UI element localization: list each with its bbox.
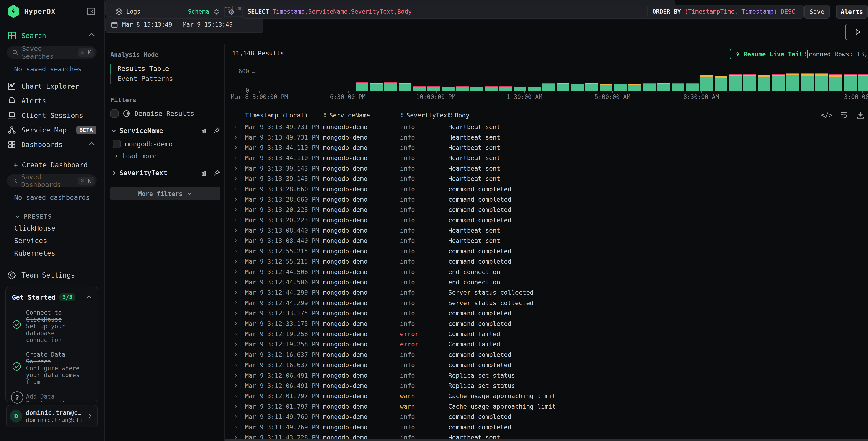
alerts-button[interactable]: Alerts xyxy=(836,5,868,19)
get-started-item[interactable]: Add DataStart sending xyxy=(12,393,92,402)
expand-row-icon[interactable] xyxy=(233,342,239,347)
expand-row-icon[interactable] xyxy=(233,176,239,181)
preset-clickhouse[interactable]: ClickHouse xyxy=(0,222,104,234)
expand-row-icon[interactable] xyxy=(233,404,239,409)
expand-row-icon[interactable] xyxy=(233,383,239,388)
sidebar-item-chart-explorer[interactable]: Chart Explorer xyxy=(0,79,104,93)
saved-searches-input[interactable]: Saved Searches ⌘ K xyxy=(7,46,97,59)
table-row[interactable]: │Mar 9 3:13:08.440 PMmongodb-demoinfoHea… xyxy=(225,236,868,246)
sidebar-item-service-map[interactable]: Service Map BETA xyxy=(0,123,104,137)
histogram-bar[interactable] xyxy=(715,76,727,90)
expand-row-icon[interactable] xyxy=(233,207,239,212)
source-select[interactable]: Logs Schema xyxy=(111,5,225,19)
expand-row-icon[interactable] xyxy=(233,311,239,316)
create-dashboard-button[interactable]: + Create Dashboard xyxy=(0,155,104,171)
checkbox[interactable] xyxy=(110,110,119,118)
column-header-timestamp[interactable]: Timestamp (Local) xyxy=(243,112,321,119)
table-row[interactable]: │Mar 9 3:12:16.637 PMmongodb-demoinfocom… xyxy=(225,350,868,360)
histogram-bar[interactable] xyxy=(600,84,613,90)
expand-row-icon[interactable] xyxy=(233,248,239,254)
histogram-bar[interactable] xyxy=(557,83,569,90)
filter-value-mongodb-demo[interactable]: mongodb-demo xyxy=(113,140,220,148)
histogram-bar[interactable] xyxy=(528,87,541,90)
table-row[interactable]: │Mar 9 3:13:20.223 PMmongodb-demoinfocom… xyxy=(225,215,868,225)
histogram-bar[interactable] xyxy=(614,84,627,90)
table-row[interactable]: │Mar 9 3:13:28.660 PMmongodb-demoinfocom… xyxy=(225,194,868,205)
table-row[interactable]: │Mar 9 3:11:49.769 PMmongodb-demoinfocom… xyxy=(225,422,868,432)
table-row[interactable]: │Mar 9 3:12:55.215 PMmongodb-demoinfocom… xyxy=(225,246,868,256)
drag-handle-icon[interactable]: ⠿ xyxy=(323,112,327,118)
table-row[interactable]: │Mar 9 3:12:01.797 PMmongodb-demowarnCac… xyxy=(225,401,868,412)
sidebar-item-team-settings[interactable]: Team Settings xyxy=(0,268,104,282)
order-by-input[interactable]: ORDER BY (TimestampTime, Timestamp) DESC xyxy=(647,5,798,19)
histogram-bar[interactable] xyxy=(514,87,526,90)
chevron-up-icon[interactable] xyxy=(86,294,92,301)
table-row[interactable]: │Mar 9 3:12:33.175 PMmongodb-demoinfocom… xyxy=(225,308,868,318)
expand-row-icon[interactable] xyxy=(233,424,239,430)
more-filters-button[interactable]: More filters xyxy=(110,187,220,200)
preset-kubernetes[interactable]: Kubernetes xyxy=(0,247,104,260)
table-row[interactable]: │Mar 9 3:13:39.143 PMmongodb-demoinfoHea… xyxy=(225,174,868,184)
expand-row-icon[interactable] xyxy=(233,238,239,243)
denoise-results-checkbox[interactable]: Denoise Results xyxy=(110,110,220,118)
bar-chart-icon[interactable] xyxy=(200,127,208,134)
column-header-severitytext[interactable]: ⠿SeverityText xyxy=(398,112,446,119)
table-row[interactable]: │Mar 9 3:12:44.299 PMmongodb-demoinfoSer… xyxy=(225,287,868,298)
expand-row-icon[interactable] xyxy=(233,259,239,264)
histogram-bar[interactable] xyxy=(485,86,498,90)
histogram-bar[interactable] xyxy=(772,74,785,90)
expand-row-icon[interactable] xyxy=(233,352,239,357)
table-row[interactable]: │Mar 9 3:13:28.660 PMmongodb-demoinfocom… xyxy=(225,184,868,194)
expand-row-icon[interactable] xyxy=(233,331,239,336)
save-button[interactable]: Save xyxy=(804,5,830,19)
expand-row-icon[interactable] xyxy=(233,321,239,326)
expand-row-icon[interactable] xyxy=(233,280,239,285)
get-started-item[interactable]: Create Data SourcesConfigure where your … xyxy=(12,351,92,385)
table-row[interactable]: │Mar 9 3:12:16.637 PMmongodb-demoinfocom… xyxy=(225,360,868,370)
sidebar-item-search[interactable]: Search xyxy=(0,28,104,43)
mode-results-table[interactable]: Results Table xyxy=(110,64,220,74)
expand-row-icon[interactable] xyxy=(233,145,239,150)
histogram-bar[interactable] xyxy=(370,83,383,90)
table-row[interactable]: │Mar 9 3:13:20.223 PMmongodb-demoinfocom… xyxy=(225,205,868,215)
wrap-lines-icon[interactable] xyxy=(840,111,848,119)
expand-row-icon[interactable] xyxy=(233,269,239,274)
sidebar-item-alerts[interactable]: Alerts xyxy=(0,93,104,108)
download-icon[interactable] xyxy=(856,111,865,119)
histogram-bar[interactable] xyxy=(442,87,455,90)
histogram-bar[interactable] xyxy=(801,74,813,90)
expand-row-icon[interactable] xyxy=(233,393,239,399)
table-row[interactable]: │Mar 9 3:12:44.506 PMmongodb-demoinfoend… xyxy=(225,267,868,277)
expand-row-icon[interactable] xyxy=(233,228,239,233)
expand-row-icon[interactable] xyxy=(233,124,239,129)
table-row[interactable]: │Mar 9 3:12:01.797 PMmongodb-demowarnCac… xyxy=(225,391,868,401)
histogram-bar[interactable] xyxy=(858,74,868,90)
histogram-bar[interactable] xyxy=(427,86,440,90)
expand-row-icon[interactable] xyxy=(233,155,239,160)
histogram-bar[interactable] xyxy=(456,86,469,90)
saved-dashboards-input[interactable]: Saved Dashboards ⌘ K xyxy=(7,174,97,187)
table-row[interactable]: │Mar 9 3:11:49.769 PMmongodb-demoinfocom… xyxy=(225,412,868,422)
histogram-bar[interactable] xyxy=(643,84,656,90)
table-row[interactable]: │Mar 9 3:12:44.299 PMmongodb-demoinfoSer… xyxy=(225,298,868,308)
histogram-bar[interactable] xyxy=(729,74,742,90)
user-menu[interactable]: D dominic.tran@c… dominic.tran@cli… xyxy=(6,405,98,427)
histogram-bar[interactable] xyxy=(830,74,842,90)
sidebar-item-client-sessions[interactable]: Client Sessions xyxy=(0,108,104,123)
histogram-bar[interactable] xyxy=(585,83,598,90)
histogram-bar[interactable] xyxy=(413,86,426,90)
bar-chart-icon[interactable] xyxy=(200,169,208,176)
raw-mode-icon[interactable]: </> xyxy=(821,111,832,119)
table-row[interactable]: │Mar 9 3:13:44.110 PMmongodb-demoinfoHea… xyxy=(225,153,868,163)
date-range-picker[interactable]: Mar 8 15:13:49 - Mar 9 15:13:49 xyxy=(105,17,263,33)
filter-group-severitytext[interactable]: SeverityText xyxy=(110,169,220,177)
table-row[interactable]: │Mar 9 3:13:49.731 PMmongodb-demoinfoHea… xyxy=(225,132,868,142)
table-row[interactable]: │Mar 9 3:13:39.143 PMmongodb-demoinfoHea… xyxy=(225,163,868,174)
histogram-bar[interactable] xyxy=(657,83,670,90)
expand-row-icon[interactable] xyxy=(233,290,239,295)
table-row[interactable]: │Mar 9 3:12:55.215 PMmongodb-demoinfocom… xyxy=(225,256,868,267)
get-started-item[interactable]: Connect to ClickHouseSet up your databas… xyxy=(12,309,92,344)
sidebar-item-dashboards[interactable]: Dashboards xyxy=(0,137,104,152)
resume-live-tail-button[interactable]: Resume Live Tail xyxy=(730,49,808,59)
help-button[interactable]: ? xyxy=(11,391,23,404)
